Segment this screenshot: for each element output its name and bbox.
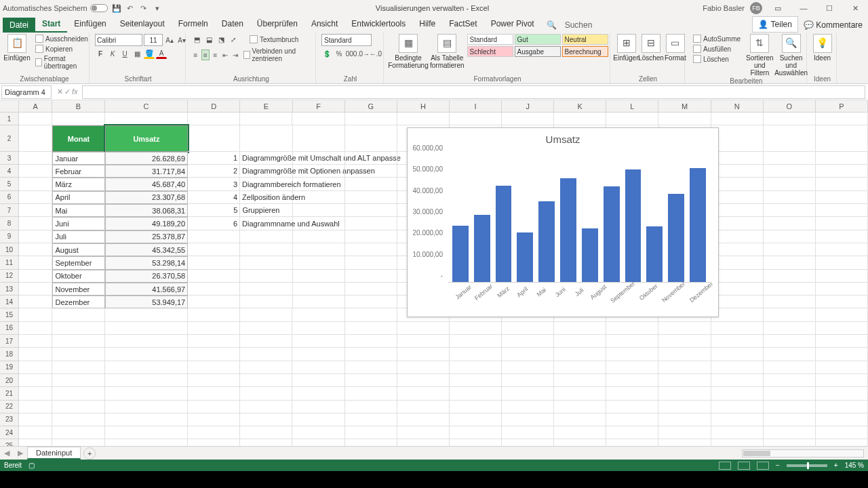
col-header[interactable]: F bbox=[293, 100, 345, 113]
cell[interactable] bbox=[105, 387, 189, 400]
cell[interactable]: 45.342,55 bbox=[105, 243, 189, 256]
select-all-corner[interactable] bbox=[0, 100, 19, 113]
align-bottom-icon[interactable]: ⬔ bbox=[216, 34, 226, 45]
cell[interactable] bbox=[554, 413, 606, 426]
zoom-slider[interactable] bbox=[787, 464, 827, 467]
cell[interactable]: November bbox=[52, 283, 104, 296]
font-color-button[interactable]: A bbox=[156, 48, 167, 59]
cell[interactable] bbox=[240, 230, 292, 243]
copy-button[interactable]: Kopieren bbox=[33, 44, 91, 54]
row-header[interactable]: 17 bbox=[0, 335, 19, 348]
cell[interactable] bbox=[711, 426, 764, 439]
col-header[interactable]: N bbox=[711, 100, 764, 113]
cell[interactable] bbox=[345, 374, 397, 387]
save-icon[interactable]: 💾 bbox=[112, 3, 121, 13]
cell[interactable] bbox=[345, 401, 397, 413]
cell[interactable] bbox=[52, 322, 104, 335]
cell[interactable] bbox=[816, 296, 868, 308]
row-headers[interactable]: 1234567891011121314151617181920212223242… bbox=[0, 100, 19, 446]
cell[interactable] bbox=[19, 322, 52, 335]
cell[interactable] bbox=[19, 256, 52, 269]
col-header[interactable]: O bbox=[764, 100, 816, 113]
cell[interactable] bbox=[188, 426, 240, 439]
cell[interactable]: 25.378,87 bbox=[105, 230, 189, 243]
format-as-table-button[interactable]: ▤Als Tabelle formatieren bbox=[430, 34, 465, 69]
table-header-umsatz[interactable]: Umsatz bbox=[105, 125, 189, 152]
cell[interactable]: 2 bbox=[188, 165, 240, 178]
cell[interactable] bbox=[764, 191, 816, 204]
cell[interactable]: 6 bbox=[188, 217, 240, 230]
orientation-icon[interactable]: ⤢ bbox=[228, 34, 239, 45]
sort-filter-button[interactable]: ⇅Sortieren und Filtern bbox=[746, 34, 774, 77]
cell[interactable] bbox=[658, 426, 711, 439]
chart-bar[interactable] bbox=[496, 186, 512, 282]
cell[interactable] bbox=[292, 374, 344, 387]
cell[interactable] bbox=[397, 413, 450, 426]
name-box[interactable]: Diagramm 4 bbox=[1, 85, 52, 99]
cell[interactable] bbox=[240, 113, 292, 125]
cell[interactable] bbox=[450, 387, 502, 400]
indent-inc-icon[interactable]: ⇥ bbox=[231, 49, 239, 60]
col-header[interactable]: K bbox=[554, 100, 606, 113]
cell[interactable] bbox=[240, 256, 292, 269]
cell[interactable] bbox=[52, 426, 104, 439]
cell[interactable]: Februar bbox=[52, 165, 104, 178]
search-label[interactable]: Suchen bbox=[562, 18, 595, 33]
chart-bar[interactable] bbox=[538, 201, 555, 282]
cell[interactable]: 53.949,17 bbox=[105, 296, 189, 308]
cell[interactable] bbox=[606, 401, 658, 413]
cell[interactable] bbox=[711, 113, 764, 125]
cell[interactable] bbox=[105, 426, 189, 439]
cell[interactable] bbox=[606, 387, 658, 400]
cell[interactable] bbox=[345, 426, 397, 439]
font-size-select[interactable]: 11 bbox=[144, 34, 163, 46]
cell[interactable] bbox=[293, 204, 345, 217]
chart-bar[interactable] bbox=[625, 169, 642, 282]
col-header[interactable]: L bbox=[606, 100, 658, 113]
cell[interactable] bbox=[19, 113, 52, 125]
cell[interactable] bbox=[450, 426, 502, 439]
cell[interactable]: 53.298,14 bbox=[105, 256, 189, 269]
cut-button[interactable]: Ausschneiden bbox=[33, 34, 91, 43]
cell[interactable] bbox=[450, 439, 502, 446]
cell[interactable] bbox=[19, 296, 52, 308]
cell[interactable] bbox=[292, 322, 344, 335]
cell[interactable] bbox=[554, 335, 606, 348]
cell[interactable]: Diagrammname und Auswahl bbox=[240, 217, 293, 230]
cell[interactable] bbox=[816, 270, 868, 283]
cell[interactable] bbox=[345, 204, 397, 217]
cell[interactable] bbox=[658, 439, 711, 446]
cell[interactable] bbox=[554, 439, 606, 446]
cell[interactable] bbox=[450, 348, 502, 361]
cell[interactable] bbox=[240, 374, 292, 387]
cell[interactable] bbox=[345, 322, 397, 335]
cell[interactable] bbox=[816, 283, 868, 296]
thousands-icon[interactable]: 000 bbox=[346, 48, 357, 59]
cell[interactable] bbox=[658, 348, 711, 361]
align-center-icon[interactable]: ≡ bbox=[201, 49, 210, 60]
cell[interactable]: 1 bbox=[188, 152, 240, 165]
cell[interactable] bbox=[764, 426, 816, 439]
cell[interactable] bbox=[293, 270, 345, 283]
row-header[interactable]: 21 bbox=[0, 387, 19, 400]
qat-customize-icon[interactable]: ▾ bbox=[153, 3, 162, 13]
cell[interactable] bbox=[711, 322, 764, 335]
cell[interactable] bbox=[292, 335, 344, 348]
cell[interactable] bbox=[188, 296, 240, 308]
cell[interactable] bbox=[658, 335, 711, 348]
chart-bar[interactable] bbox=[517, 232, 533, 282]
cell[interactable] bbox=[345, 387, 397, 400]
cell[interactable] bbox=[188, 413, 240, 426]
cell[interactable] bbox=[52, 401, 104, 413]
cell[interactable] bbox=[764, 296, 816, 308]
col-header[interactable]: M bbox=[658, 100, 711, 113]
cell[interactable] bbox=[711, 165, 764, 178]
tab-formeln[interactable]: Formeln bbox=[172, 16, 215, 33]
cell[interactable] bbox=[502, 439, 554, 446]
cell[interactable] bbox=[397, 113, 450, 125]
cell[interactable] bbox=[345, 270, 397, 283]
table-header-monat[interactable]: Monat bbox=[52, 125, 104, 152]
row-header[interactable]: 23 bbox=[0, 413, 19, 426]
cell[interactable] bbox=[19, 217, 52, 230]
cell[interactable] bbox=[292, 308, 344, 321]
